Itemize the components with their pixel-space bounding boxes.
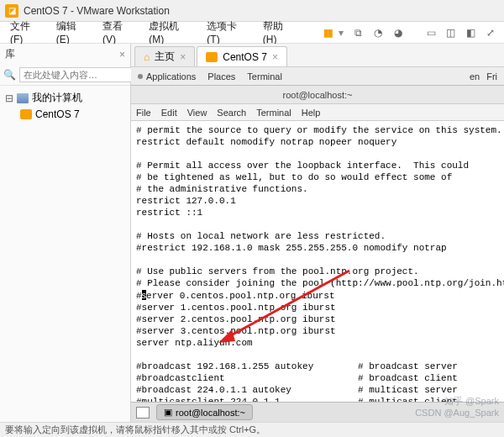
toolbar-stretch-icon[interactable]: ⤢ [482, 27, 499, 39]
search-icon: 🔍 [3, 69, 16, 81]
annotation-arrow [215, 264, 358, 348]
sidebar-header: 库 × [0, 44, 130, 65]
menu-tabs[interactable]: 选项卡(T) [202, 19, 254, 45]
term-menu-terminal[interactable]: Terminal [256, 108, 291, 118]
tab-home-label: 主页 [155, 50, 175, 64]
gnome-activities[interactable]: Applications [138, 71, 196, 82]
taskbar-terminal-button[interactable]: ▣ root@localhost:~ [156, 404, 253, 420]
tab-vm[interactable]: CentOS 7 × [197, 46, 287, 66]
toolbar-snapshot-icon[interactable]: ◔ [370, 27, 386, 39]
window-title: CentOS 7 - VMware Workstation [24, 5, 170, 17]
menu-file[interactable]: 文件(F) [5, 19, 48, 45]
term-menu-view[interactable]: View [187, 108, 207, 118]
menu-help[interactable]: 帮助(H) [258, 19, 302, 45]
toolbar-fullscreen-icon[interactable]: ▭ [423, 27, 439, 39]
toolbar-manage-icon[interactable]: ◕ [390, 27, 407, 39]
menu-edit[interactable]: 编辑(E) [51, 19, 94, 45]
taskbar-btn-label: root@localhost:~ [176, 408, 245, 418]
gnome-lang[interactable]: en [470, 71, 480, 82]
vm-icon [20, 109, 32, 119]
library-sidebar: 库 × 🔍 ▾ ⊟ 我的计算机 CentOS 7 [0, 44, 131, 422]
tree-vm-label: CentOS 7 [35, 108, 80, 120]
terminal-menubar: File Edit View Search Terminal Help [131, 104, 504, 121]
svg-marker-1 [218, 329, 235, 343]
activities-icon [138, 74, 143, 79]
tab-vm-close-icon[interactable]: × [272, 51, 278, 63]
tab-vm-label: CentOS 7 [223, 51, 267, 63]
terminal-icon: ▣ [164, 407, 172, 418]
vmware-icon: ◪ [5, 4, 18, 18]
gnome-day[interactable]: Fri [486, 71, 497, 82]
term-menu-help[interactable]: Help [302, 108, 321, 118]
gnome-apps-label: Applications [146, 71, 196, 82]
tab-strip: ⌂ 主页 × CentOS 7 × [131, 44, 504, 67]
library-search-input[interactable] [19, 67, 144, 82]
tree-root-label: 我的计算机 [32, 91, 82, 105]
term-menu-edit[interactable]: Edit [161, 108, 177, 118]
gnome-terminal[interactable]: Terminal [247, 71, 282, 82]
term-menu-search[interactable]: Search [217, 108, 246, 118]
library-tree: ⊟ 我的计算机 CentOS 7 [0, 86, 130, 125]
show-desktop-icon[interactable] [136, 407, 150, 419]
computer-icon [17, 93, 29, 103]
terminal-body[interactable]: # permit the source to query or modify t… [131, 121, 504, 402]
tab-home[interactable]: ⌂ 主页 × [134, 46, 195, 66]
sidebar-title: 库 [5, 47, 15, 61]
toolbar-unity-icon[interactable]: ◫ [443, 27, 459, 39]
collapse-icon[interactable]: ⊟ [5, 92, 13, 104]
gnome-places[interactable]: Places [207, 71, 235, 82]
tab-home-close-icon[interactable]: × [180, 51, 186, 63]
term-menu-file[interactable]: File [136, 108, 151, 118]
toolbar-thumb-icon[interactable]: ◧ [463, 27, 480, 39]
vmware-statusbar: 要将输入定向到该虚拟机，请将鼠标指针移入其中或按 Ctrl+G。 [0, 422, 504, 437]
menu-view[interactable]: 查看(V) [97, 19, 140, 45]
tree-root[interactable]: ⊟ 我的计算机 [5, 89, 125, 107]
gnome-top-bar: Applications Places Terminal en Fri [131, 67, 504, 86]
terminal-titlebar: root@localhost:~ [131, 86, 504, 104]
gnome-taskbar: ▣ root@localhost:~ [131, 402, 504, 422]
close-sidebar-icon[interactable]: × [119, 49, 125, 61]
toolbar-send-cad-icon[interactable]: ⧉ [350, 27, 367, 39]
home-icon: ⌂ [144, 51, 150, 63]
dropdown-icon[interactable]: ▾ [339, 27, 344, 39]
menu-vm[interactable]: 虚拟机(M) [144, 19, 198, 45]
menubar: 文件(F) 编辑(E) 查看(V) 虚拟机(M) 选项卡(T) 帮助(H) ▮▮… [0, 22, 504, 44]
tree-vm-item[interactable]: CentOS 7 [5, 107, 125, 122]
statusbar-text: 要将输入定向到该虚拟机，请将鼠标指针移入其中或按 Ctrl+G。 [5, 424, 265, 436]
terminal-title: root@localhost:~ [282, 90, 352, 100]
pause-icon[interactable]: ▮▮ [323, 27, 332, 39]
svg-line-0 [223, 271, 349, 340]
vm-icon [206, 52, 218, 62]
